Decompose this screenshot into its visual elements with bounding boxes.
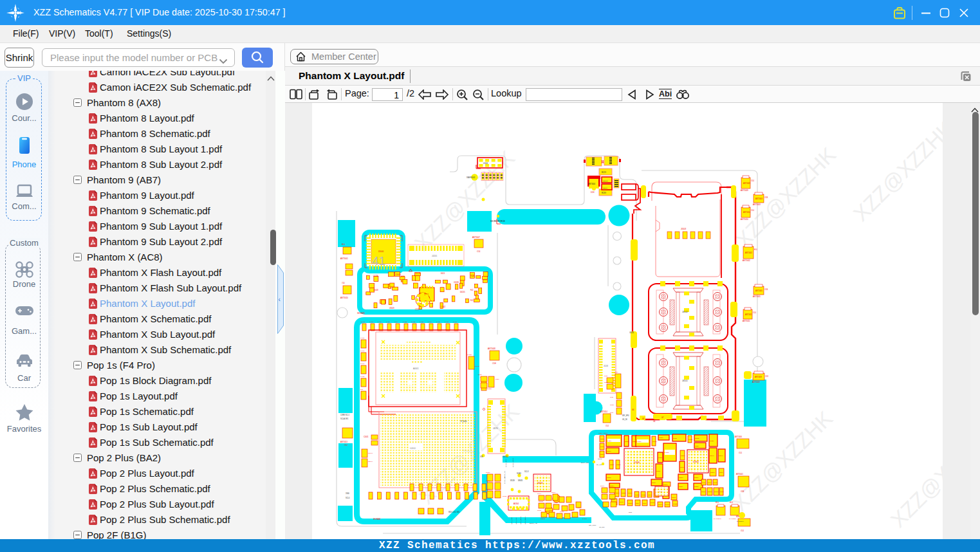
svg-text:D6205: D6205 <box>460 291 465 293</box>
svg-text:HI.0: HI.0 <box>716 501 719 504</box>
svg-text:ANT3403: ANT3403 <box>755 198 763 200</box>
svg-text:D2004: D2004 <box>603 187 608 189</box>
svg-text:M619: M619 <box>643 502 647 504</box>
svg-text:MAF6500: MAF6500 <box>729 518 736 520</box>
svg-text:ANT3410: ANT3410 <box>741 218 748 221</box>
svg-text:L5C36: L5C36 <box>373 275 378 277</box>
svg-text:T6500: T6500 <box>701 491 706 492</box>
svg-text:O14: O14 <box>741 529 744 532</box>
svg-text:C6203: C6203 <box>610 404 615 405</box>
svg-text:J6208: J6208 <box>604 365 609 367</box>
svg-text:NARN004: NARN004 <box>737 520 744 522</box>
svg-text:SPD_MOSI: SPD_MOSI <box>524 516 526 524</box>
svg-text:SCL3: SCL3 <box>524 470 529 473</box>
svg-text:C1196: C1196 <box>656 470 661 472</box>
svg-text:D2003: D2003 <box>603 180 608 182</box>
svg-text:C223: C223 <box>415 308 420 311</box>
svg-text:EMF8_A/S: EMF8_A/S <box>530 522 537 524</box>
svg-text:C6258: C6258 <box>487 388 492 389</box>
svg-text:M6029: M6029 <box>549 510 553 511</box>
svg-text:C2135: C2135 <box>695 437 699 439</box>
svg-text:CEL_LOCK: CEL_LOCK <box>589 524 596 526</box>
svg-text:C628: C628 <box>604 375 608 376</box>
svg-text:C2345: C2345 <box>710 472 715 473</box>
svg-text:02409: 02409 <box>620 501 624 502</box>
svg-text:M6305: M6305 <box>628 502 633 504</box>
svg-text:R6004: R6004 <box>537 493 542 494</box>
svg-text:R6701: R6701 <box>714 491 719 492</box>
svg-text:ANT3405: ANT3405 <box>753 295 761 298</box>
svg-text:PC63: PC63 <box>720 491 724 492</box>
svg-text:41: 41 <box>372 254 385 268</box>
svg-text:C2221: C2221 <box>658 457 663 458</box>
svg-text:M600: M600 <box>719 472 723 473</box>
svg-text:R617: R617 <box>708 482 712 483</box>
svg-text:C1111: C1111 <box>673 437 678 439</box>
svg-text:C5026: C5026 <box>396 273 401 276</box>
svg-text:C2259: C2259 <box>679 486 683 487</box>
svg-text:C2348: C2348 <box>615 492 620 493</box>
svg-text:C6023: C6023 <box>568 510 573 511</box>
svg-text:W539: W539 <box>510 479 515 482</box>
svg-text:PL1303: PL1303 <box>664 452 669 453</box>
svg-text:VSYNC: VSYNC <box>503 455 508 458</box>
svg-text:12MN SCL1: 12MN SCL1 <box>340 414 350 416</box>
svg-text:O1B: O1B <box>741 490 744 493</box>
svg-text:WARN003: WARN003 <box>467 176 476 179</box>
svg-text:M6004: M6004 <box>551 492 556 493</box>
svg-text:C4048: C4048 <box>475 365 479 367</box>
svg-text:XIN: XIN <box>480 455 483 458</box>
svg-text:C4032: C4032 <box>360 376 365 377</box>
svg-text:ANT3402: ANT3402 <box>743 259 750 262</box>
svg-text:M6150: M6150 <box>708 491 712 492</box>
svg-text:F200: F200 <box>636 502 640 504</box>
svg-text:HI.0: HI.0 <box>754 248 757 251</box>
svg-text:ANT3411: ANT3411 <box>745 313 752 316</box>
svg-text:C2275: C2275 <box>607 477 611 478</box>
svg-text:F42: F42 <box>470 289 474 291</box>
svg-text:ANT3405: ANT3405 <box>755 290 763 292</box>
svg-text:U506: U506 <box>483 162 488 165</box>
svg-text:SCLA OE1: SCLA OE1 <box>340 418 349 420</box>
svg-text:ANT3404: ANT3404 <box>588 183 596 185</box>
svg-text:U1306: U1306 <box>634 461 640 464</box>
svg-text:MAF650W: MAF650W <box>714 518 721 520</box>
svg-text:SCL3: SCL3 <box>598 458 602 460</box>
svg-text:T6050: T6050 <box>651 502 655 503</box>
svg-text:XZZ@XZZHK: XZZ@XZZHK <box>849 116 943 226</box>
svg-text:C4025: C4025 <box>420 321 424 322</box>
svg-text:M618: M618 <box>600 446 604 447</box>
svg-text:R0238: R0238 <box>622 492 626 493</box>
svg-text:C2295: C2295 <box>616 464 621 465</box>
svg-text:XZZ@XZZHK: XZZ@XZZHK <box>886 423 943 532</box>
svg-text:MA204: MA204 <box>582 518 587 520</box>
svg-text:O14: O14 <box>751 209 754 212</box>
svg-text:O14: O14 <box>739 452 742 454</box>
svg-text:O1B: O1B <box>764 196 768 199</box>
svg-text:T2000: T2000 <box>672 497 676 498</box>
svg-text:NTN: NTN <box>629 511 632 513</box>
svg-text:ANT3402: ANT3402 <box>745 252 753 254</box>
svg-text:C2298: C2298 <box>610 464 615 465</box>
svg-text:L1042: L1042 <box>441 306 446 308</box>
svg-text:C4029: C4029 <box>386 321 391 322</box>
svg-text:PL2202: PL2202 <box>636 441 642 442</box>
svg-text:O61E5: O61E5 <box>454 281 459 284</box>
svg-text:R6901: R6901 <box>665 504 670 505</box>
svg-text:BAND_BCK: BAND_BCK <box>505 459 507 467</box>
svg-text:T6538: T6538 <box>689 439 693 440</box>
svg-text:U6003: U6003 <box>537 482 543 484</box>
svg-text:R634: R634 <box>702 482 706 483</box>
svg-text:G5: G5 <box>642 418 645 420</box>
svg-text:WDI CLK1 WD: WDI CLK1 WD <box>448 511 459 513</box>
svg-text:BAND_MB: BAND_MB <box>504 476 506 484</box>
svg-text:R6004: R6004 <box>600 485 605 486</box>
svg-text:C001: C001 <box>364 436 369 438</box>
svg-text:C6208: C6208 <box>486 472 490 473</box>
svg-text:R03: R03 <box>360 389 364 390</box>
svg-text:ANT3409: ANT3409 <box>752 381 760 383</box>
svg-text:EMF9_TOF: EMF9_TOF <box>581 462 589 464</box>
svg-text:C1136: C1136 <box>710 440 714 441</box>
svg-text:A4001: A4001 <box>413 367 419 370</box>
svg-text:J6504: J6504 <box>629 331 634 334</box>
